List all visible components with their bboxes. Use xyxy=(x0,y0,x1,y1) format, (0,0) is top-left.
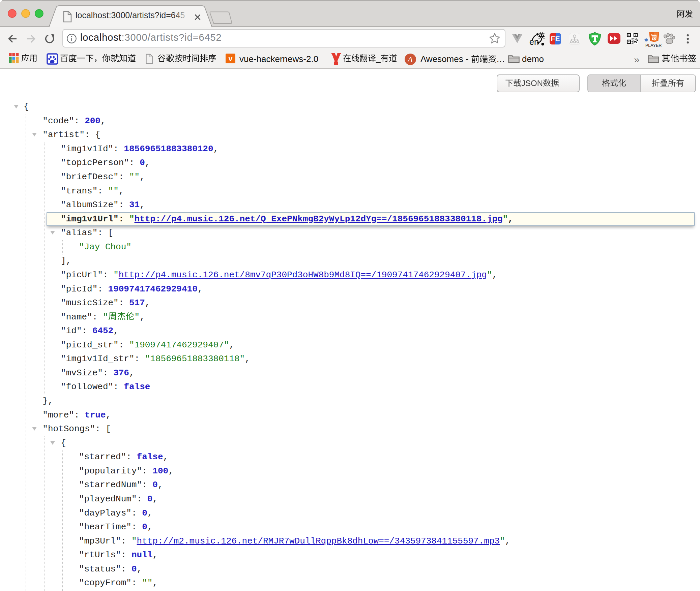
svg-text:en: en xyxy=(529,37,539,46)
svg-text:A: A xyxy=(407,55,413,64)
svg-text:PLAYER: PLAYER xyxy=(645,43,662,48)
